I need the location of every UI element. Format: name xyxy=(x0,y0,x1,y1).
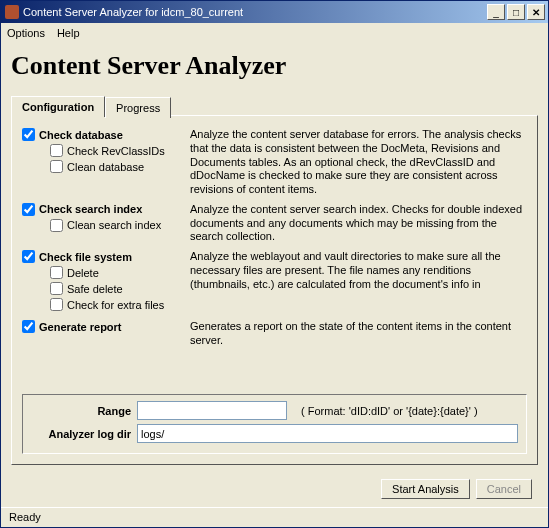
clean-database[interactable]: Clean database xyxy=(50,160,190,173)
maximize-button[interactable]: □ xyxy=(507,4,525,20)
app-window: Content Server Analyzer for idcm_80_curr… xyxy=(0,0,549,528)
check-database-box[interactable] xyxy=(22,128,35,141)
check-revclassids-box[interactable] xyxy=(50,144,63,157)
app-icon xyxy=(5,5,19,19)
window-title: Content Server Analyzer for idcm_80_curr… xyxy=(23,6,487,18)
check-search-index-label: Check search index xyxy=(39,203,142,215)
safe-delete-box[interactable] xyxy=(50,282,63,295)
range-format-hint: ( Format: 'dID:dID' or '{date}:{date}' ) xyxy=(301,405,478,417)
check-database-label: Check database xyxy=(39,129,123,141)
generate-report-desc: Generates a report on the state of the c… xyxy=(190,320,527,348)
check-revclassids[interactable]: Check RevClassIDs xyxy=(50,144,190,157)
content-area: Content Server Analyzer Configuration Pr… xyxy=(1,43,548,507)
options-list: Check database Check RevClassIDs Clean d… xyxy=(22,128,527,390)
check-file-system-desc: Analyze the weblayout and vault director… xyxy=(190,250,527,291)
check-file-system[interactable]: Check file system xyxy=(22,250,190,263)
tab-bar: Configuration Progress xyxy=(11,95,538,116)
statusbar: Ready xyxy=(1,507,548,527)
maximize-icon: □ xyxy=(513,7,519,18)
start-analysis-button[interactable]: Start Analysis xyxy=(381,479,470,499)
row-check-database: Check database Check RevClassIDs Clean d… xyxy=(22,128,527,197)
clean-database-box[interactable] xyxy=(50,160,63,173)
safe-delete[interactable]: Safe delete xyxy=(50,282,190,295)
titlebar: Content Server Analyzer for idcm_80_curr… xyxy=(1,1,548,23)
fields-box: Range ( Format: 'dID:dID' or '{date}:{da… xyxy=(22,394,527,454)
row-check-search-index: Check search index Clean search index An… xyxy=(22,203,527,244)
generate-report-box[interactable] xyxy=(22,320,35,333)
delete[interactable]: Delete xyxy=(50,266,190,279)
menu-options[interactable]: Options xyxy=(7,27,45,39)
minimize-icon: _ xyxy=(493,7,499,18)
tab-progress[interactable]: Progress xyxy=(105,97,171,118)
delete-label: Delete xyxy=(67,267,99,279)
check-search-index-box[interactable] xyxy=(22,203,35,216)
generate-report-label: Generate report xyxy=(39,321,122,333)
check-database[interactable]: Check database xyxy=(22,128,190,141)
delete-box[interactable] xyxy=(50,266,63,279)
safe-delete-label: Safe delete xyxy=(67,283,123,295)
page-title: Content Server Analyzer xyxy=(11,51,538,81)
close-button[interactable]: ✕ xyxy=(527,4,545,20)
menubar: Options Help xyxy=(1,23,548,43)
range-input[interactable] xyxy=(137,401,287,420)
row-generate-report: Generate report Generates a report on th… xyxy=(22,320,527,348)
logdir-row: Analyzer log dir xyxy=(31,424,518,443)
logdir-input[interactable] xyxy=(137,424,518,443)
menu-help[interactable]: Help xyxy=(57,27,80,39)
check-search-index[interactable]: Check search index xyxy=(22,203,190,216)
check-extra-files[interactable]: Check for extra files xyxy=(50,298,190,311)
logdir-label: Analyzer log dir xyxy=(31,428,131,440)
range-row: Range ( Format: 'dID:dID' or '{date}:{da… xyxy=(31,401,518,420)
clean-database-label: Clean database xyxy=(67,161,144,173)
clean-search-index[interactable]: Clean search index xyxy=(50,219,190,232)
close-icon: ✕ xyxy=(532,7,540,18)
tab-configuration[interactable]: Configuration xyxy=(11,96,105,117)
generate-report[interactable]: Generate report xyxy=(22,320,190,333)
check-file-system-box[interactable] xyxy=(22,250,35,263)
minimize-button[interactable]: _ xyxy=(487,4,505,20)
check-file-system-label: Check file system xyxy=(39,251,132,263)
row-check-file-system: Check file system Delete Safe delete xyxy=(22,250,527,314)
status-text: Ready xyxy=(9,511,41,523)
check-extra-files-box[interactable] xyxy=(50,298,63,311)
clean-search-index-label: Clean search index xyxy=(67,219,161,231)
button-row: Start Analysis Cancel xyxy=(11,465,538,505)
configuration-panel: Check database Check RevClassIDs Clean d… xyxy=(11,115,538,465)
range-label: Range xyxy=(31,405,131,417)
clean-search-index-box[interactable] xyxy=(50,219,63,232)
check-database-desc: Analyze the content server database for … xyxy=(190,128,527,197)
check-extra-files-label: Check for extra files xyxy=(67,299,164,311)
cancel-button: Cancel xyxy=(476,479,532,499)
check-search-index-desc: Analyze the content server search index.… xyxy=(190,203,527,244)
check-revclassids-label: Check RevClassIDs xyxy=(67,145,165,157)
